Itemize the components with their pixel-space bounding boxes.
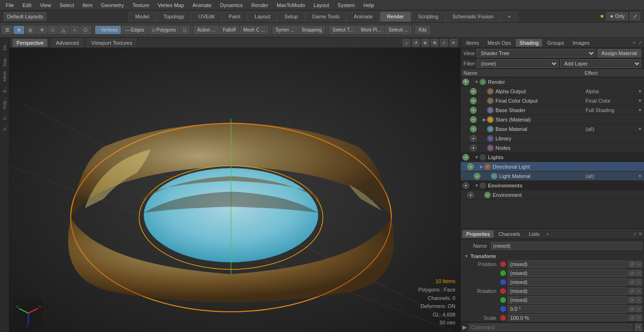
tree-row-alpha[interactable]: ● Alpha Output Alpha ▼ xyxy=(461,87,644,96)
selecti-button[interactable]: Selecti ... xyxy=(385,26,411,34)
tree-row-baseshader[interactable]: ● Base Shader Full Shading ▼ xyxy=(461,105,644,115)
vp-home-btn[interactable]: ⌂ xyxy=(403,39,410,47)
menu-item[interactable]: Item xyxy=(79,1,96,9)
sidebar-label-mesh[interactable]: Mesh xyxy=(1,69,8,83)
tab-model[interactable]: Model xyxy=(128,11,157,22)
menu-edit[interactable]: Edit xyxy=(19,1,35,9)
mode-button[interactable]: □ xyxy=(180,26,190,34)
command-input[interactable] xyxy=(469,324,633,331)
view-dropdown[interactable]: Shader Tree xyxy=(477,49,595,57)
menu-texture[interactable]: Texture xyxy=(129,1,153,9)
position-z-input[interactable] xyxy=(508,278,627,286)
sidebar-label-v[interactable]: V... xyxy=(1,123,8,133)
lpanel-tab-properties[interactable]: Properties xyxy=(462,230,494,238)
name-input[interactable] xyxy=(491,242,642,250)
tab-schematic[interactable]: Schematic Fusion xyxy=(446,11,501,22)
eye-library[interactable]: ● xyxy=(470,135,477,142)
add-layer-dropdown[interactable]: Add Layer xyxy=(560,59,641,68)
filter-dropdown[interactable]: (none) xyxy=(477,59,558,68)
rotation-z-reset[interactable]: ↺ xyxy=(628,306,635,312)
vp-tab-perspective[interactable]: Perspective xyxy=(12,39,48,47)
lpanel-close[interactable]: ✕ xyxy=(638,231,642,236)
rotation-z-plus[interactable]: + xyxy=(636,306,642,312)
arrow-stars[interactable]: ▶ xyxy=(481,117,487,122)
rpanel-collapse[interactable]: ⤢ xyxy=(638,40,642,45)
transform-arrow[interactable]: ▼ xyxy=(464,254,469,259)
falloff-button[interactable]: Falloff xyxy=(220,26,239,34)
arrow-environments[interactable]: ▼ xyxy=(474,183,479,188)
kits-button[interactable]: Kits xyxy=(415,26,430,34)
position-y-reset[interactable]: ↺ xyxy=(628,270,635,276)
tree-row-nodes[interactable]: ● Nodes xyxy=(461,143,644,153)
menu-dynamics[interactable]: Dynamics xyxy=(216,1,247,9)
rpanel-tab-meshops[interactable]: Mesh Ops xyxy=(484,39,515,47)
expand-button[interactable]: ⤢ xyxy=(630,12,640,20)
position-x-reset[interactable]: ↺ xyxy=(628,261,635,267)
dd-lightmaterial[interactable]: ▼ xyxy=(638,174,642,178)
position-x-plus[interactable]: + xyxy=(636,261,642,267)
assign-material-button[interactable]: Assign Material xyxy=(597,49,641,57)
edges-button[interactable]: — Edges xyxy=(122,26,147,34)
mesh-button[interactable]: Mesh C ... xyxy=(240,26,268,34)
eye-lightmaterial[interactable]: ● xyxy=(474,173,480,179)
rotation-y-input[interactable] xyxy=(508,296,627,304)
menu-select[interactable]: Select xyxy=(56,1,78,9)
tab-setup[interactable]: Setup xyxy=(277,11,305,22)
tree-row-dirlight[interactable]: ● ▶ Directional Light xyxy=(461,162,644,171)
sidebar-label-poly[interactable]: Poly... xyxy=(1,96,8,111)
eye-dirlight[interactable]: ● xyxy=(467,163,474,170)
tree-row-stars[interactable]: ● ▶ Stars (Material) xyxy=(461,115,644,124)
eye-stars[interactable]: ● xyxy=(470,116,477,123)
eye-finalcolor[interactable]: ● xyxy=(470,97,477,104)
tab-gametools[interactable]: Game Tools xyxy=(305,11,347,22)
eye-nodes[interactable]: ● xyxy=(470,145,477,151)
toolbar-rotate[interactable]: ◎ xyxy=(25,26,36,34)
eye-lights[interactable]: ● xyxy=(462,154,469,161)
rotation-x-input[interactable] xyxy=(508,287,627,295)
vp-rotate-btn[interactable]: ↺ xyxy=(412,39,420,47)
scale-x-reset[interactable]: ↺ xyxy=(628,315,635,321)
dd-baseshader[interactable]: ▼ xyxy=(638,108,642,113)
position-y-input[interactable] xyxy=(508,269,627,277)
position-z-reset[interactable]: ↺ xyxy=(628,279,635,285)
toolbar-triangle[interactable]: △ xyxy=(58,26,69,34)
menu-geometry[interactable]: Geometry xyxy=(97,1,127,9)
scene-canvas[interactable]: 10 Items Polygons : Face Channels: 0 Def… xyxy=(9,48,460,332)
viewport[interactable]: Perspective Advanced Viewport Textures ⌂… xyxy=(9,38,460,332)
tree-row-environments[interactable]: ● ▼ Environments xyxy=(461,181,644,190)
eye-basematerial[interactable]: ● xyxy=(470,126,477,132)
scale-x-input[interactable] xyxy=(508,314,627,322)
default-layouts-dropdown[interactable]: Default Layouts xyxy=(4,12,46,21)
cmd-arrow[interactable]: ▶ xyxy=(462,324,467,331)
symm-button[interactable]: Symm ... xyxy=(272,26,297,34)
tab-layout[interactable]: Layout xyxy=(248,11,277,22)
tab-scripting[interactable]: Scripting xyxy=(411,11,446,22)
eye-alpha[interactable]: ● xyxy=(470,88,477,95)
vp-close-btn[interactable]: ✕ xyxy=(450,39,457,47)
sidebar-label-e[interactable]: E... xyxy=(1,84,8,95)
vp-tab-textures[interactable]: Viewport Textures xyxy=(87,39,136,47)
arrow-dirlight[interactable]: ▶ xyxy=(479,164,484,169)
menu-render[interactable]: Render xyxy=(248,1,272,9)
sidebar-label-c[interactable]: C... xyxy=(1,112,8,122)
only-button[interactable]: ★ Only xyxy=(606,12,628,20)
position-y-plus[interactable]: + xyxy=(636,270,642,276)
toolbar-extra1[interactable]: ⬡ xyxy=(80,26,91,34)
lpanel-add[interactable]: + xyxy=(546,231,549,237)
cmd-enter-btn[interactable]: ⏎ xyxy=(635,324,642,331)
dd-alpha[interactable]: ▼ xyxy=(638,89,642,94)
menu-file[interactable]: File xyxy=(2,1,18,9)
workpl-button[interactable]: Work Pl... xyxy=(357,26,384,34)
lpanel-expand[interactable]: ⤢ xyxy=(633,231,636,236)
tab-animate[interactable]: Animate xyxy=(347,11,380,22)
vertices-button[interactable]: · Vertices xyxy=(95,26,121,34)
action-button[interactable]: Action ... xyxy=(194,26,219,34)
vp-zoom-btn[interactable]: ⊕ xyxy=(421,39,429,47)
rotation-x-plus[interactable]: + xyxy=(636,288,642,294)
sidebar-label-de[interactable]: De... xyxy=(1,40,8,52)
shader-tree[interactable]: 👁 ▼ Render ● Alpha Output Alpha ▼ xyxy=(461,77,644,228)
rotation-z-input[interactable] xyxy=(508,305,627,313)
rpanel-tab-items[interactable]: Items xyxy=(462,39,483,47)
tab-topology[interactable]: Topology xyxy=(157,11,191,22)
toolbar-circle[interactable]: ○ xyxy=(70,26,79,34)
